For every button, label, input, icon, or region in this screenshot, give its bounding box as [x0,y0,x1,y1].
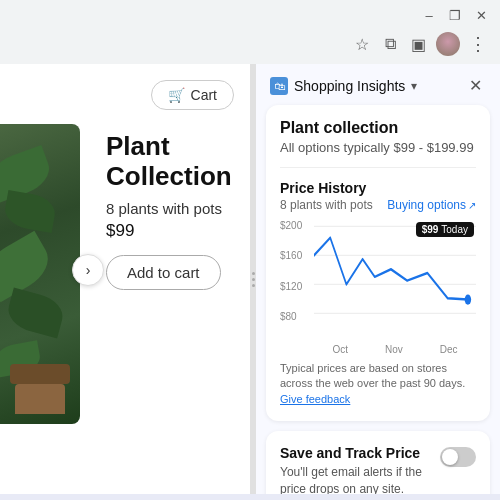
save-track-desc: You'll get email alerts if the price dro… [280,464,432,494]
minimize-button[interactable]: – [420,6,438,24]
chart-svg [314,220,476,340]
insights-panel: 🛍 Shopping Insights ▾ ✕ Plant collection… [256,64,500,494]
panel-card: Plant collection All options typically $… [266,105,490,421]
chart-area: $99 Today [314,220,476,340]
restore-button[interactable]: ❐ [446,6,464,24]
toolbar: ☆ ⧉ ▣ ⋮ [0,28,500,64]
price-history-desc: 8 plants with pots Buying options ↗ [280,198,476,212]
x-label-nov: Nov [385,344,403,355]
save-track-card: Save and Track Price You'll get email al… [266,431,490,494]
external-link-icon: ↗ [468,200,476,211]
avatar-image [436,32,460,56]
chart-note: Typical prices are based on stores acros… [280,361,476,407]
y-label: $120 [280,281,302,292]
collection-title: Plant collection [280,119,476,137]
cart-icon: 🛒 [168,87,185,103]
shopping-bag-icon: 🛍 [270,77,288,95]
give-feedback-link[interactable]: Give feedback [280,393,350,405]
y-label: $200 [280,220,302,231]
chevron-down-icon[interactable]: ▾ [411,79,417,93]
y-axis-labels: $200 $160 $120 $80 [280,220,302,340]
price-history-section: Price History 8 plants with pots Buying … [280,180,476,407]
product-info: Plant Collection 8 plants with pots $99 … [106,132,234,290]
product-price: $99 [106,221,234,241]
panel-title-row: 🛍 Shopping Insights ▾ [270,77,417,95]
close-button[interactable]: ✕ [472,6,490,24]
add-to-cart-button[interactable]: Add to cart [106,255,221,290]
y-label: $160 [280,250,302,261]
drag-dot [252,284,255,287]
toggle-knob [442,449,458,465]
sidebar-icon[interactable]: ▣ [408,34,428,54]
panel-close-button[interactable]: ✕ [465,74,486,97]
y-label: $80 [280,311,302,322]
drag-dot [252,278,255,281]
cart-label: Cart [191,87,217,103]
product-side: 🛒 Cart › Plant Collection 8 plants with … [0,64,250,494]
copy-icon[interactable]: ⧉ [380,34,400,54]
menu-button[interactable]: ⋮ [468,34,488,54]
product-image [0,124,80,424]
product-subtitle: 8 plants with pots [106,200,234,217]
save-track-toggle[interactable] [440,447,476,467]
collection-info: Plant collection All options typically $… [280,119,476,155]
star-icon[interactable]: ☆ [352,34,372,54]
x-axis-labels: Oct Nov Dec [314,344,476,355]
panel-title: Shopping Insights [294,78,405,94]
divider [280,167,476,168]
price-chart: $200 $160 $120 $80 $99 Today [280,220,476,340]
collection-subtitle: All options typically $99 - $199.99 [280,140,476,155]
browser-chrome: – ❐ ✕ ☆ ⧉ ▣ ⋮ [0,0,500,64]
nav-arrow[interactable]: › [72,254,104,286]
drag-dot [252,272,255,275]
save-track-title: Save and Track Price [280,445,432,461]
buying-options-link[interactable]: Buying options ↗ [387,198,476,212]
save-track-text: Save and Track Price You'll get email al… [280,445,432,494]
save-track-row: Save and Track Price You'll get email al… [280,445,476,494]
svg-point-4 [465,295,471,305]
title-bar: – ❐ ✕ [0,0,500,28]
page-content: 🛒 Cart › Plant Collection 8 plants with … [0,64,500,494]
x-label-dec: Dec [440,344,458,355]
today-badge: $99 Today [416,222,474,237]
avatar[interactable] [436,32,460,56]
cart-button[interactable]: 🛒 Cart [151,80,234,110]
product-title: Plant Collection [106,132,234,192]
x-label-oct: Oct [332,344,348,355]
panel-header: 🛍 Shopping Insights ▾ ✕ [256,64,500,105]
price-history-label: Price History [280,180,476,196]
